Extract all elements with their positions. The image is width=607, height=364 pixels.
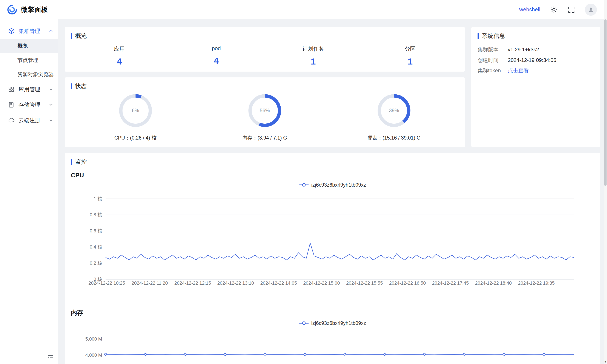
- line-series-marker-icon: [299, 183, 309, 187]
- svg-text:2024-12-22 19:35: 2024-12-22 19:35: [518, 280, 555, 286]
- svg-text:0.2 核: 0.2 核: [90, 260, 102, 266]
- overview-card-title: 概览: [71, 32, 459, 40]
- svg-text:2024-12-22 11:20: 2024-12-22 11:20: [132, 280, 168, 286]
- app-logo-icon: [7, 4, 17, 15]
- legend-label: izj6c93z6bxrl9yh1tb09xz: [311, 182, 366, 188]
- stat-cronjobs: 计划任务 1: [265, 45, 362, 67]
- sidebar-item-cluster-management[interactable]: 集群管理: [0, 23, 58, 39]
- stat-label: 分区: [362, 45, 459, 52]
- chevron-down-icon: [49, 118, 53, 123]
- cluster-version-row: 集群版本 v1.29.1+k3s2: [478, 46, 594, 53]
- cpu-gauge: 6% CPU：(0.26 / 4) 核: [71, 94, 200, 141]
- title-accent-bar: [478, 33, 479, 39]
- svg-text:0.6 核: 0.6 核: [90, 228, 102, 234]
- cpu-gauge-ring: 6%: [119, 94, 152, 127]
- svg-text:2024-12-22 16:50: 2024-12-22 16:50: [389, 280, 426, 286]
- memory-chart-heading: 内存: [71, 309, 594, 317]
- sidebar-item-app-management[interactable]: 应用管理: [0, 82, 58, 97]
- stat-label: 应用: [71, 45, 168, 52]
- gauge-label: 内存：(3.94 / 7.1) G: [242, 134, 287, 141]
- line-series-marker-icon: [299, 321, 309, 325]
- sidebar-item-cloud-registration[interactable]: 云端注册: [0, 113, 58, 128]
- storage-icon: [8, 102, 15, 108]
- status-card: 状态 6% CPU：(0.26 / 4) 核: [65, 78, 465, 147]
- gauge-label: CPU：(0.26 / 4) 核: [114, 134, 156, 141]
- sidebar-item-node-management[interactable]: 节点管理: [0, 53, 58, 67]
- stat-pods: pod 4: [168, 45, 265, 67]
- svg-text:2024-12-22 10:25: 2024-12-22 10:25: [89, 280, 125, 286]
- sidebar-item-label: 存储管理: [18, 101, 40, 108]
- overview-stats: 应用 4 pod 4 计划任务 1 分区 1: [71, 45, 459, 67]
- app-title: 微擎面板: [21, 5, 48, 14]
- svg-text:2024-12-22 14:05: 2024-12-22 14:05: [260, 280, 297, 286]
- page-scrollbar[interactable]: ▼: [604, 0, 607, 364]
- svg-text:0.8 核: 0.8 核: [90, 212, 102, 217]
- user-icon: [587, 6, 594, 13]
- scroll-down-arrow-icon[interactable]: ▼: [604, 360, 607, 363]
- title-accent-bar: [71, 159, 72, 165]
- brand: 微擎面板: [7, 4, 48, 15]
- system-info-card-title: 系统信息: [478, 32, 594, 40]
- cloud-icon: [8, 117, 15, 124]
- row-value: 2024-12-19 09:34:05: [508, 57, 556, 63]
- svg-text:2024-12-22 15:00: 2024-12-22 15:00: [303, 280, 340, 286]
- header-actions: webshell: [519, 4, 597, 16]
- created-time-row: 创建时间 2024-12-19 09:34:05: [478, 57, 594, 64]
- stat-value[interactable]: 1: [362, 57, 459, 67]
- scrollbar-thumb[interactable]: [604, 19, 607, 186]
- avatar[interactable]: [585, 4, 597, 16]
- collapse-sidebar-icon[interactable]: [47, 354, 53, 360]
- disk-gauge-ring: 39%: [377, 94, 411, 127]
- title-accent-bar: [71, 83, 72, 89]
- cpu-chart-heading: CPU: [71, 172, 594, 179]
- fullscreen-icon[interactable]: [568, 6, 575, 13]
- sidebar: 集群管理 概览 节点管理 资源对象浏览器 应用管理: [0, 19, 58, 364]
- svg-text:2024-12-22 15:55: 2024-12-22 15:55: [346, 280, 383, 286]
- row-value: v1.29.1+k3s2: [508, 47, 539, 53]
- sidebar-item-storage-management[interactable]: 存储管理: [0, 97, 58, 113]
- sidebar-item-label: 应用管理: [18, 86, 40, 93]
- sidebar-item-label: 集群管理: [18, 27, 40, 35]
- title-accent-bar: [71, 33, 72, 39]
- svg-text:2024-12-22 13:10: 2024-12-22 13:10: [217, 280, 254, 286]
- theme-toggle-icon[interactable]: [550, 6, 558, 13]
- apps-grid-icon: [8, 86, 15, 93]
- memory-chart-legend[interactable]: izj6c93z6bxrl9yh1tb09xz: [299, 320, 366, 326]
- sidebar-item-label: 云端注册: [18, 117, 40, 124]
- row-label: 集群token: [478, 67, 508, 74]
- status-gauges: 6% CPU：(0.26 / 4) 核 56% 内存：(3.94 / 7.: [71, 94, 459, 141]
- system-info-card: 系统信息 集群版本 v1.29.1+k3s2 创建时间 2024-12-19 0…: [471, 27, 600, 147]
- sidebar-item-resource-browser[interactable]: 资源对象浏览器: [0, 67, 58, 82]
- gauge-percent: 6%: [119, 94, 152, 127]
- main-content: 概览 应用 4 pod 4 计划任务 1: [58, 19, 607, 364]
- monitoring-card-title: 监控: [71, 158, 594, 166]
- memory-gauge-ring: 56%: [248, 94, 282, 127]
- gauge-label: 硬盘：(15.16 / 39.01) G: [367, 134, 421, 141]
- header: 微擎面板 webshell: [0, 0, 607, 19]
- stat-value[interactable]: 4: [71, 57, 168, 67]
- memory-gauge: 56% 内存：(3.94 / 7.1) G: [200, 94, 329, 141]
- cpu-chart-legend[interactable]: izj6c93z6bxrl9yh1tb09xz: [299, 182, 366, 188]
- chevron-down-icon: [49, 87, 53, 91]
- gauge-percent: 56%: [248, 94, 282, 127]
- monitoring-card: 监控 CPU izj6c93z6bxrl9yh1tb09xz 1 核0.8 核0…: [65, 153, 600, 364]
- row-label: 集群版本: [478, 46, 508, 53]
- stat-value[interactable]: 1: [265, 57, 362, 67]
- stat-value[interactable]: 4: [168, 56, 265, 66]
- stat-label: pod: [168, 45, 265, 52]
- svg-text:5,000 M: 5,000 M: [85, 336, 102, 341]
- sidebar-item-overview[interactable]: 概览: [0, 39, 58, 53]
- disk-gauge: 39% 硬盘：(15.16 / 39.01) G: [329, 94, 459, 141]
- stat-label: 计划任务: [265, 45, 362, 52]
- view-token-link[interactable]: 点击查看: [508, 67, 529, 74]
- svg-text:2024-12-22 17:45: 2024-12-22 17:45: [432, 280, 469, 286]
- cluster-token-row: 集群token 点击查看: [478, 67, 594, 74]
- stat-partitions: 分区 1: [362, 45, 459, 67]
- svg-text:2024-12-22 18:40: 2024-12-22 18:40: [475, 280, 512, 286]
- status-card-title: 状态: [71, 82, 459, 90]
- webshell-link[interactable]: webshell: [519, 6, 540, 13]
- chevron-down-icon: [49, 103, 53, 107]
- system-info-rows: 集群版本 v1.29.1+k3s2 创建时间 2024-12-19 09:34:…: [478, 46, 594, 74]
- chevron-up-icon: [49, 29, 53, 33]
- cluster-cube-icon: [8, 27, 15, 34]
